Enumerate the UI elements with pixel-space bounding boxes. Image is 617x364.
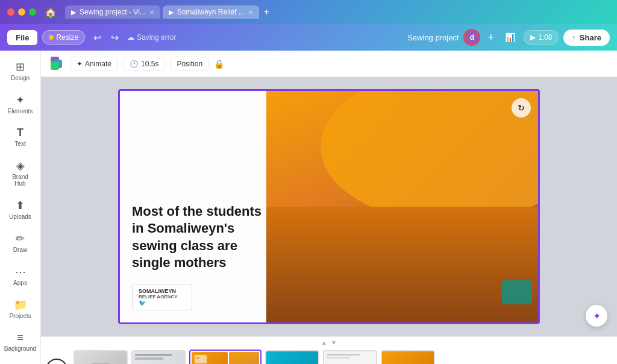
tab-close-1[interactable]: ✕	[149, 9, 154, 16]
sidebar-item-uploads[interactable]: ⬆ Uploads	[4, 194, 37, 225]
add-tab-button[interactable]: +	[262, 5, 272, 19]
redo-button[interactable]: ↪	[107, 30, 122, 46]
canvas-area: Most of the students in Somaliweyn's sew…	[41, 77, 617, 364]
sidebar-label-elements: Elements	[8, 108, 33, 115]
save-status: ☁ Saving error	[127, 33, 176, 42]
logo-box: SOMALIWEYN RELIEF AGENCY 🐦	[132, 284, 192, 310]
color-palette[interactable]	[51, 57, 65, 71]
slide-thumbnail-5[interactable]: 10.5s	[323, 350, 377, 364]
user-avatar[interactable]: d	[463, 29, 480, 46]
elements-icon: ✦	[16, 93, 25, 107]
projects-icon: 📁	[14, 298, 27, 312]
minimize-traffic-light[interactable]	[18, 8, 25, 16]
slide-2-group: 5.0s	[131, 350, 186, 364]
scroll-up-indicator: ▲	[321, 339, 327, 346]
share-button[interactable]: ↑ Share	[563, 30, 610, 46]
sidebar-label-design: Design	[11, 75, 30, 81]
project-name: Sewing project	[407, 33, 459, 42]
undo-redo-group: ↩ ↪	[90, 30, 122, 46]
duration-button[interactable]: 🕐 10.5s	[123, 57, 165, 71]
slide-text-panel: Most of the students in Somaliweyn's sew…	[120, 91, 287, 322]
sidebar-label-apps: Apps	[13, 280, 27, 286]
tab-sewing-project[interactable]: ▶ Sewing project - Vi... ✕	[65, 5, 160, 19]
main-layout: ⊞ Design ✦ Elements T Text ◈ Brand Hub ⬆…	[0, 51, 617, 364]
position-button[interactable]: Position	[170, 57, 209, 71]
toolbar: ✦ Animate 🕐 10.5s Position 🔒	[41, 51, 617, 77]
canvas-container[interactable]: Most of the students in Somaliweyn's sew…	[41, 77, 617, 336]
sidebar-item-brand-hub[interactable]: ◈ Brand Hub	[4, 154, 37, 192]
menu-bar: File Resize ↩ ↪ ☁ Saving error Sewing pr…	[0, 24, 617, 51]
close-traffic-light[interactable]	[7, 8, 14, 16]
sidebar-label-draw: Draw	[13, 246, 27, 253]
design-icon: ⊞	[16, 60, 25, 74]
stats-button[interactable]: 📊	[501, 30, 519, 45]
tab-close-2[interactable]: ✕	[248, 9, 253, 16]
tab-somaliweyn[interactable]: ▶ Somaliweyn Relief ... ✕	[163, 5, 259, 19]
sidebar: ⊞ Design ✦ Elements T Text ◈ Brand Hub ⬆…	[0, 51, 41, 364]
slide-thumbnail-2[interactable]: 5.0s	[131, 350, 186, 364]
magic-button[interactable]: ✦	[586, 305, 607, 327]
tab-list: ▶ Sewing project - Vi... ✕ ▶ Somaliweyn …	[65, 5, 610, 19]
active-slide-group[interactable]: text 10.5s	[189, 350, 262, 364]
timeline: ▲ ▼ 10.5s	[41, 336, 617, 364]
scroll-indicators: ▲ ▼	[41, 337, 617, 346]
logo-line1: SOMALIWEYN	[139, 288, 186, 294]
title-bar: 🏠 ▶ Sewing project - Vi... ✕ ▶ Somaliwey…	[0, 0, 617, 24]
brand-hub-icon: ◈	[16, 159, 25, 172]
background-icon: ≡	[17, 331, 23, 344]
sidebar-label-brand-hub: Brand Hub	[7, 174, 34, 187]
thumb-bg-1	[75, 351, 127, 364]
sidebar-label-projects: Projects	[9, 313, 31, 319]
scroll-down-indicator: ▼	[331, 339, 337, 346]
sidebar-item-projects[interactable]: 📁 Projects	[4, 293, 37, 324]
timeline-play-button[interactable]	[46, 359, 67, 364]
slide-photo-area	[266, 91, 538, 322]
resize-button[interactable]: Resize	[42, 30, 85, 45]
slide-thumbnail-4[interactable]: 10.5s	[265, 350, 319, 364]
lock-icon[interactable]: 🔒	[214, 59, 224, 69]
uploads-icon: ⬆	[16, 199, 25, 212]
resize-dot	[49, 35, 54, 40]
draw-icon: ✏	[16, 232, 25, 245]
slide-thumbnail-1[interactable]: 10.5s	[74, 350, 128, 364]
animate-button[interactable]: ✦ Animate	[70, 57, 118, 71]
sidebar-item-background[interactable]: ≡ Background	[4, 327, 37, 357]
fullscreen-traffic-light[interactable]	[29, 8, 36, 16]
sidebar-item-elements[interactable]: ✦ Elements	[4, 89, 37, 119]
sidebar-label-uploads: Uploads	[9, 213, 31, 220]
traffic-lights	[7, 8, 36, 16]
sidebar-label-text: Text	[14, 140, 25, 147]
logo-line2: RELIEF AGENCY	[139, 294, 186, 300]
timeline-scroll[interactable]: 10.5s 5.0s	[41, 346, 617, 364]
sidebar-item-draw[interactable]: ✏ Draw	[4, 227, 37, 258]
refresh-icon[interactable]: ↻	[512, 98, 531, 118]
sidebar-item-apps[interactable]: ⋯ Apps	[4, 260, 37, 291]
home-icon[interactable]: 🏠	[45, 7, 57, 18]
slide-canvas[interactable]: Most of the students in Somaliweyn's sew…	[118, 89, 540, 324]
active-slide-thumbnails: text	[192, 352, 259, 364]
preview-play-button[interactable]: ▶ 1:08	[524, 30, 559, 45]
slide-main-text: Most of the students in Somaliweyn's sew…	[132, 203, 275, 272]
undo-button[interactable]: ↩	[90, 30, 105, 46]
sidebar-item-text[interactable]: T Text	[4, 122, 37, 152]
sidebar-item-design[interactable]: ⊞ Design	[4, 55, 37, 86]
file-menu-button[interactable]: File	[7, 30, 37, 45]
apps-icon: ⋯	[15, 265, 26, 278]
text-icon: T	[17, 127, 23, 139]
add-collaborator-button[interactable]: +	[485, 30, 496, 45]
slide-thumbnail-6[interactable]: 10.5s	[381, 350, 435, 364]
sidebar-label-background: Background	[4, 345, 36, 352]
